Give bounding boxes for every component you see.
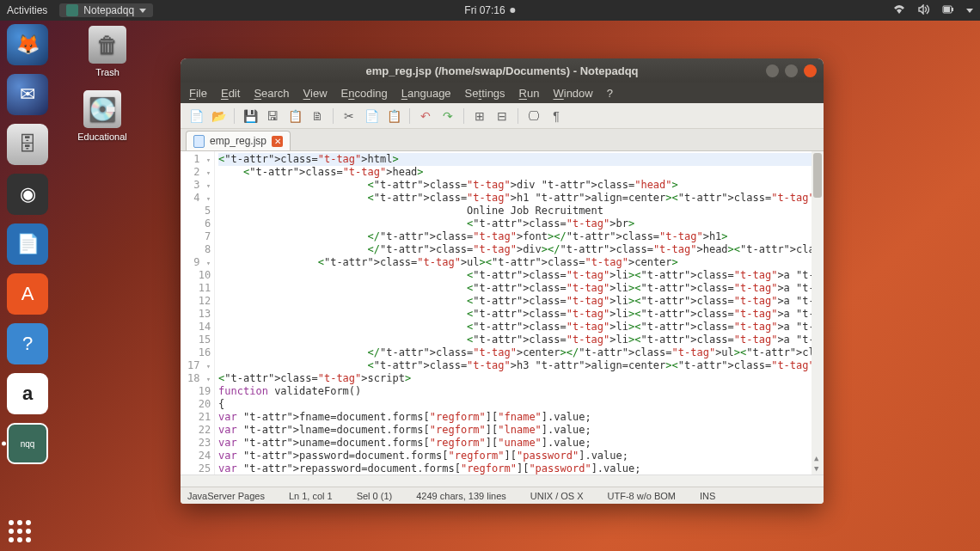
line-number[interactable]: 24 [187, 450, 211, 462]
menu-view[interactable]: View [303, 87, 328, 100]
code-line[interactable]: <"t-attr">class="t-tag">li><"t-attr">cla… [218, 321, 820, 334]
line-number[interactable]: 8 [187, 243, 211, 256]
line-number[interactable]: 2 ▾ [187, 166, 211, 179]
code-line[interactable]: <"t-attr">class="t-tag">h1 "t-attr">alig… [218, 192, 820, 205]
window-titlebar[interactable]: emp_reg.jsp (/home/swap/Documents) - Not… [181, 58, 824, 83]
code-line[interactable]: var "t-attr">lname=document.forms["regfo… [218, 424, 820, 437]
notepadqq-launcher[interactable]: nqq [7, 423, 48, 464]
line-number[interactable]: 21 [187, 411, 211, 424]
scroll-down-icon[interactable]: ▼ [814, 464, 818, 473]
window-minimize-button[interactable] [766, 64, 779, 77]
code-line[interactable]: <"t-attr">class="t-tag">li><"t-attr">cla… [218, 334, 820, 346]
editor[interactable]: 1 ▾2 ▾3 ▾4 ▾56789 ▾1011121314151617 ▾18 … [181, 151, 824, 474]
copy-button[interactable]: 📄 [363, 107, 380, 125]
show-symbols-button[interactable]: ¶ [548, 107, 565, 125]
line-number[interactable]: 18 ▾ [187, 372, 211, 385]
line-number[interactable]: 4 ▾ [187, 192, 211, 205]
system-menu-chevron-icon[interactable] [966, 9, 973, 13]
save-all-button[interactable]: 🖫 [264, 107, 281, 125]
new-file-button[interactable]: 📄 [187, 107, 205, 125]
line-number[interactable]: 9 ▾ [187, 256, 211, 269]
code-line[interactable]: <"t-attr">class="t-tag">h3 "t-attr">alig… [218, 359, 820, 372]
code-line[interactable]: { [218, 398, 820, 411]
close-doc-button[interactable]: 🗎 [309, 107, 326, 125]
line-number[interactable]: 1 ▾ [187, 153, 211, 166]
line-number[interactable]: 14 [187, 321, 211, 334]
code-line[interactable]: </"t-attr">class="t-tag">font></"t-attr"… [218, 230, 820, 243]
code-line[interactable]: <"t-attr">class="t-tag">head> [218, 166, 820, 179]
rhythmbox-launcher[interactable]: ◉ [7, 174, 48, 215]
amazon-launcher[interactable]: a [7, 373, 48, 414]
code-line[interactable]: <"t-attr">class="t-tag">div "t-attr">cla… [218, 179, 820, 192]
code-line[interactable]: <"t-attr">class="t-tag">li><"t-attr">cla… [218, 295, 820, 308]
code-line[interactable]: var "t-attr">password=document.forms["re… [218, 450, 820, 462]
line-number[interactable]: 11 [187, 282, 211, 295]
tab-emp-reg[interactable]: emp_reg.jsp ✕ [186, 131, 291, 150]
zoom-out-button[interactable]: ⊟ [493, 107, 511, 125]
line-number[interactable]: 10 [187, 269, 211, 282]
menu-run[interactable]: Run [519, 87, 540, 100]
code-line[interactable]: <"t-attr">class="t-tag">script> [218, 372, 820, 385]
code-line[interactable]: var "t-attr">fname=document.forms["regfo… [218, 411, 820, 424]
line-number[interactable]: 22 [187, 424, 211, 437]
educational-desktop-icon[interactable]: 💽 Educational [72, 90, 132, 142]
trash-desktop-icon[interactable]: 🗑 Trash [77, 26, 138, 77]
thunderbird-launcher[interactable]: ✉ [7, 74, 48, 115]
line-number[interactable]: 25 [187, 462, 211, 474]
line-number[interactable]: 23 [187, 437, 211, 450]
scrollbar-thumb[interactable] [813, 153, 822, 198]
scroll-up-icon[interactable]: ▲ [814, 454, 818, 462]
save-as-button[interactable]: 📋 [286, 107, 303, 125]
code-line[interactable]: Online Job Recruitment [218, 205, 820, 217]
line-number[interactable]: 7 [187, 230, 211, 243]
line-number[interactable]: 20 [187, 398, 211, 411]
tab-close-button[interactable]: ✕ [272, 136, 283, 147]
code-area[interactable]: <"t-attr">class="t-tag">html> <"t-attr">… [215, 151, 824, 474]
menu-search[interactable]: Search [254, 87, 289, 100]
cut-button[interactable]: ✂ [340, 107, 358, 125]
line-number[interactable]: 12 [187, 295, 211, 308]
clock[interactable]: Fri 07:16 [464, 4, 515, 16]
open-file-button[interactable]: 📂 [210, 107, 227, 125]
code-line[interactable]: <"t-attr">class="t-tag">br> [218, 217, 820, 230]
files-launcher[interactable]: 🗄 [7, 124, 48, 165]
line-number[interactable]: 3 ▾ [187, 179, 211, 192]
code-line[interactable]: <"t-attr">class="t-tag">li><"t-attr">cla… [218, 308, 820, 321]
undo-button[interactable]: ↶ [417, 107, 434, 125]
wifi-icon[interactable] [892, 4, 906, 17]
window-close-button[interactable] [804, 64, 817, 77]
line-number[interactable]: 19 [187, 385, 211, 398]
line-number[interactable]: 17 ▾ [187, 359, 211, 372]
menu-edit[interactable]: Edit [221, 87, 240, 100]
line-number-gutter[interactable]: 1 ▾2 ▾3 ▾4 ▾56789 ▾1011121314151617 ▾18 … [181, 151, 215, 474]
code-line[interactable]: <"t-attr">class="t-tag">li><"t-attr">cla… [218, 282, 820, 295]
code-line[interactable]: <"t-attr">class="t-tag">html> [218, 153, 820, 166]
menu-encoding[interactable]: Encoding [341, 87, 388, 100]
active-app-menu[interactable]: Notepadqq [59, 3, 153, 17]
horizontal-scrollbar[interactable] [181, 474, 824, 487]
firefox-launcher[interactable]: 🦊 [7, 24, 48, 65]
code-line[interactable]: var "t-attr">uname=document.forms["regfo… [218, 437, 820, 450]
code-line[interactable]: <"t-attr">class="t-tag">ul><"t-attr">cla… [218, 256, 820, 269]
menu-file[interactable]: File [189, 87, 207, 100]
libreoffice-writer-launcher[interactable]: 📄 [7, 223, 48, 265]
line-number[interactable]: 16 [187, 346, 211, 359]
word-wrap-button[interactable]: 🖵 [525, 107, 542, 125]
code-line[interactable]: function validateForm() [218, 385, 820, 398]
menu-language[interactable]: Language [401, 87, 451, 100]
line-number[interactable]: 5 [187, 205, 211, 217]
window-maximize-button[interactable] [785, 64, 798, 77]
save-button[interactable]: 💾 [242, 107, 259, 125]
battery-icon[interactable] [942, 4, 954, 17]
line-number[interactable]: 15 [187, 334, 211, 346]
menu-settings[interactable]: Settings [465, 87, 505, 100]
show-applications-button[interactable] [9, 520, 31, 542]
line-number[interactable]: 13 [187, 308, 211, 321]
menu-window[interactable]: Window [553, 87, 592, 100]
paste-button[interactable]: 📋 [385, 107, 402, 125]
volume-icon[interactable] [918, 4, 930, 17]
menu-help[interactable]: ? [607, 87, 613, 100]
help-launcher[interactable]: ? [7, 323, 48, 364]
line-number[interactable]: 6 [187, 217, 211, 230]
code-line[interactable]: <"t-attr">class="t-tag">li><"t-attr">cla… [218, 269, 820, 282]
